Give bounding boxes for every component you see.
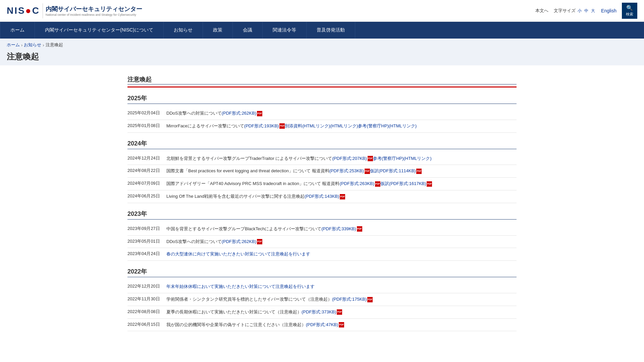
entry-date: 2022年11月30日	[127, 296, 161, 302]
list-item: 2022年08月08日夏季の長期休暇において実施いただきたい対策について（注意喚…	[127, 306, 517, 319]
pdf-icon: PDF	[340, 194, 345, 199]
pdf-link[interactable]: (PDF形式:175KB)	[332, 297, 367, 302]
nav-item[interactable]: 政策	[203, 22, 233, 39]
pdf-icon: PDF	[365, 169, 370, 174]
entry-date: 2022年12月20日	[127, 283, 161, 289]
search-label: 検索	[626, 12, 633, 17]
nav-item[interactable]: お知らせ	[164, 22, 203, 39]
entries-container: 2025年2025年02月04日DDoS攻撃への対策について(PDF形式:262…	[127, 94, 517, 331]
list-item: 2023年05月01日DDoS攻撃への対策について(PDF形式:262KB)PD…	[127, 236, 517, 248]
entry-content: 国際文書「Best practices for event logging an…	[166, 168, 517, 175]
list-item: 2022年11月30日学術関係者・シンクタンク研究員等を標的としたサイバー攻撃に…	[127, 293, 517, 306]
search-button[interactable]: 🔍 検索	[622, 3, 637, 19]
breadcrumb: ホーム › お知らせ › 注意喚起	[7, 42, 637, 48]
pdf-link[interactable]: (PDF形式:262KB)	[222, 111, 256, 116]
pdf-icon: PDF	[368, 156, 373, 161]
year-heading: 2022年	[127, 267, 517, 277]
year-heading: 2024年	[127, 139, 517, 149]
breadcrumb-home[interactable]: ホーム	[7, 42, 20, 48]
entry-content: 国際アドバイザリー「APT40 Advisory PRC MSS tradecr…	[166, 180, 517, 187]
font-large-btn[interactable]: 大	[590, 8, 596, 14]
entry-date: 2023年04月24日	[127, 251, 161, 257]
entry-link[interactable]: 年末年始休休暇において実施いただきたい対策について注意喚起を行います	[166, 284, 315, 289]
entry-date: 2022年08月08日	[127, 309, 161, 315]
pdf-link[interactable]: 仮訳(PDF形式:1617KB)	[380, 181, 426, 186]
nav-item[interactable]: 普及啓発活動	[307, 22, 355, 39]
entry-date: 2024年12月24日	[127, 155, 161, 161]
entry-link[interactable]: 春の大型連休に向けて実施いただきたい対策について注意喚起を行います	[166, 251, 310, 256]
font-medium-btn[interactable]: 中	[584, 8, 589, 14]
breadcrumb-current: 注意喚起	[46, 42, 63, 48]
pdf-link[interactable]: (PDF形式:253KB)	[329, 168, 364, 173]
entry-date: 2025年02月04日	[127, 110, 161, 116]
pdf-icon: PDF	[427, 181, 432, 187]
nav-item[interactable]: ホーム	[0, 22, 35, 39]
list-item: 2022年06月15日我が国の公的機関等や企業等の偽サイトにご注意ください（注意…	[127, 319, 517, 331]
entry-content: 春の大型連休に向けて実施いただきたい対策について注意喚起を行います	[166, 251, 517, 258]
entry-content: 年末年始休休暇において実施いただきたい対策について注意喚起を行います	[166, 283, 517, 290]
entry-content: MirrorFaceによるサイバー攻撃について(PDF形式:193KB)PDF別…	[166, 123, 517, 130]
nav-item[interactable]: 内閣サイバーセキュリティセンター(NISC)について	[35, 22, 164, 39]
entry-content: Living Off The Land戦術等を含む最近のサイバー攻撃に関する注意…	[166, 193, 517, 200]
pdf-link[interactable]: 仮訳(PDF形式:1114KB)	[370, 168, 416, 173]
pdf-link[interactable]: (PDF形式:262KB)	[222, 239, 256, 244]
list-item: 2024年12月24日北朝鮮を背景とするサイバー攻撃グループTraderTrai…	[127, 153, 517, 165]
font-small-btn[interactable]: 小	[577, 8, 582, 14]
pdf-link[interactable]: (PDF形式:193KB)	[244, 123, 279, 128]
entry-date: 2024年08月22日	[127, 168, 161, 174]
site-title-block: 内閣サイバーセキュリティセンター National center of Inci…	[46, 5, 142, 16]
entry-date: 2025年01月08日	[127, 123, 161, 129]
pdf-icon: PDF	[337, 309, 342, 315]
nisc-acronym: NIS●C	[7, 5, 40, 16]
breadcrumb-news[interactable]: お知らせ	[24, 42, 41, 48]
pdf-icon: PDF	[367, 297, 373, 302]
breadcrumb-area: ホーム › お知らせ › 注意喚起 注意喚起	[0, 39, 644, 65]
html-link[interactable]: 別添資料(HTMLリンク)	[285, 123, 330, 128]
main-content: 注意喚起 2025年2025年02月04日DDoS攻撃への対策について(PDF形…	[121, 65, 523, 338]
pdf-link[interactable]: (PDF形式:143KB)	[305, 194, 339, 199]
entry-date: 2022年06月15日	[127, 321, 161, 327]
site-title: 内閣サイバーセキュリティセンター	[46, 5, 142, 13]
nav-item[interactable]: 関連法令等	[263, 22, 307, 39]
main-text-link[interactable]: 本文へ	[535, 8, 548, 14]
font-size-label: 文字サイズ	[554, 8, 576, 14]
pdf-icon: PDF	[416, 169, 422, 174]
search-icon: 🔍	[626, 5, 633, 11]
list-item: 2023年09月27日中国を背景とするサイバー攻撃グループBlackTechによ…	[127, 223, 517, 236]
logo-area: NIS●C 内閣サイバーセキュリティセンター National center o…	[7, 3, 142, 18]
nisc-logo: NIS●C	[7, 5, 40, 16]
main-nav: ホーム内閣サイバーセキュリティセンター(NISC)についてお知らせ政策会議関連法…	[0, 22, 644, 39]
pdf-icon: PDF	[357, 226, 362, 232]
entry-date: 2023年05月01日	[127, 238, 161, 244]
html-link[interactable]: (HTMLリンク)	[330, 123, 358, 128]
entry-content: 我が国の公的機関等や企業等の偽サイトにご注意ください（注意喚起）(PDF形式:4…	[166, 321, 517, 328]
pdf-icon: PDF	[339, 322, 344, 327]
html-link[interactable]: 参考(警察庁HP)(HTMLリンク)	[358, 123, 417, 128]
pdf-link[interactable]: (PDF形式:207KB)	[332, 156, 367, 161]
header-right: 本文へ 文字サイズ 小 中 大 English 🔍 検索	[535, 3, 637, 19]
pdf-link[interactable]: (PDF形式:373KB)	[302, 309, 336, 314]
entry-content: 夏季の長期休暇において実施いただきたい対策について（注意喚起）(PDF形式:37…	[166, 309, 517, 316]
entry-content: 学術関係者・シンクタンク研究員等を標的としたサイバー攻撃について（注意喚起）(P…	[166, 296, 517, 303]
entry-date: 2024年06月25日	[127, 193, 161, 199]
site-subtitle: National center of Incident readiness an…	[46, 13, 142, 16]
site-header: NIS●C 内閣サイバーセキュリティセンター National center o…	[0, 0, 644, 22]
pdf-icon: PDF	[279, 123, 285, 129]
entry-content: DDoS攻撃への対策について(PDF形式:262KB)PDF	[166, 110, 517, 117]
entry-content: 北朝鮮を背景とするサイバー攻撃グループTraderTraitor によるサイバー…	[166, 155, 517, 162]
page-title-area: 注意喚起	[7, 48, 637, 62]
pdf-link[interactable]: (PDF形式:47KB)	[306, 322, 338, 327]
nav-item[interactable]: 会議	[233, 22, 263, 39]
pdf-link[interactable]: (PDF形式:263KB)	[340, 181, 374, 186]
entry-content: DDoS攻撃への対策について(PDF形式:262KB)PDF	[166, 238, 517, 245]
entry-date: 2024年07月09日	[127, 180, 161, 186]
html-link[interactable]: 参考(警察庁HP)(HTMLリンク)	[373, 156, 432, 161]
page-title: 注意喚起	[7, 51, 637, 62]
list-item: 2024年06月25日Living Off The Land戦術等を含む最近のサ…	[127, 190, 517, 203]
pdf-icon: PDF	[257, 239, 262, 244]
entry-date: 2023年09月27日	[127, 226, 161, 232]
font-size-area: 文字サイズ 小 中 大	[554, 8, 596, 14]
list-item: 2025年02月04日DDoS攻撃への対策について(PDF形式:262KB)PD…	[127, 107, 517, 120]
english-link[interactable]: English	[601, 8, 616, 13]
pdf-link[interactable]: (PDF形式:339KB)	[321, 226, 356, 231]
